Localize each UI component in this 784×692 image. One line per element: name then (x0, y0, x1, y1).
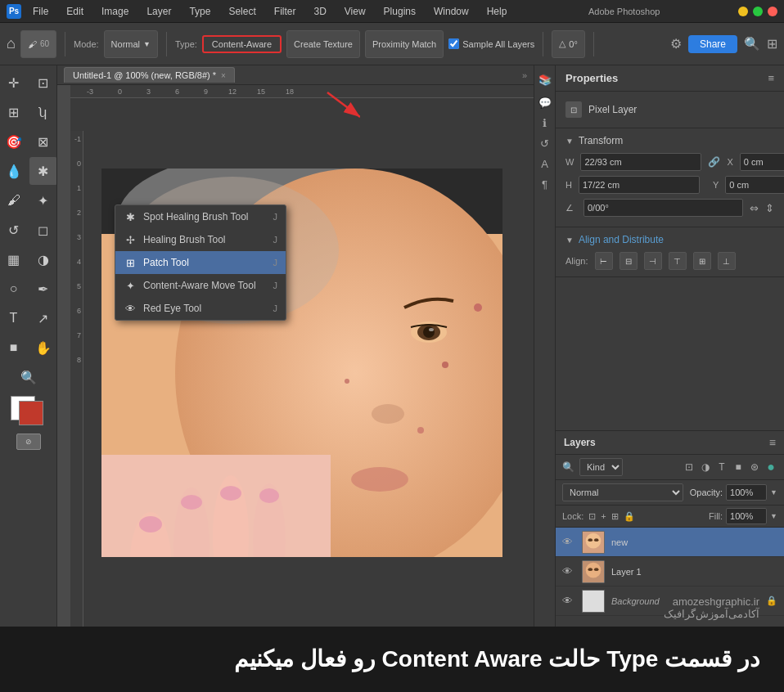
marquee-tool[interactable]: ⊞ (0, 98, 28, 126)
filter-shape-icon[interactable]: ■ (732, 461, 745, 474)
menu-help[interactable]: Help (484, 4, 511, 19)
layer-item-new[interactable]: 👁 new (556, 528, 784, 557)
hand-tool[interactable]: ✋ (29, 334, 57, 362)
sample-all-layers-checkbox[interactable]: Sample All Layers (448, 38, 534, 49)
artboard-tool[interactable]: ⊡ (29, 69, 57, 97)
move-tool[interactable]: ✛ (0, 69, 28, 97)
filter-adjust-icon[interactable]: ◑ (699, 461, 712, 474)
opacity-input[interactable] (726, 484, 767, 501)
filter-pixel-icon[interactable]: ⊡ (683, 461, 696, 474)
patch-tool-item[interactable]: ⊞ Patch Tool J (115, 251, 286, 274)
pen-tool[interactable]: ✒ (29, 275, 57, 303)
brush-tool-btn[interactable]: 🖌 60 (20, 30, 56, 58)
document-tab[interactable]: Untitled-1 @ 100% (new, RGB/8#) * × (64, 67, 235, 83)
type-content-aware-btn[interactable]: Content-Aware (202, 35, 282, 53)
quick-mask-icon[interactable]: ⊘ (16, 434, 41, 450)
paragraph-icon[interactable]: ¶ (542, 178, 547, 191)
eraser-tool[interactable]: ◻ (29, 216, 57, 244)
height-input[interactable] (579, 176, 700, 194)
spot-healing-item[interactable]: ✱ Spot Healing Brush Tool J (115, 205, 286, 228)
flip-v-icon[interactable]: ⇕ (765, 202, 774, 214)
flip-h-icon[interactable]: ⇔ (750, 202, 759, 214)
align-center-h-btn[interactable]: ⊟ (620, 252, 638, 270)
quick-select-tool[interactable]: 🎯 (0, 128, 28, 155)
collapse-panel-icon[interactable]: » (522, 70, 527, 80)
link-icon[interactable]: 🔗 (708, 155, 720, 169)
menu-layer[interactable]: Layer (143, 4, 174, 19)
menu-file[interactable]: File (29, 4, 52, 19)
layer-item-layer1[interactable]: 👁 Layer 1 (556, 557, 784, 586)
shape-tool[interactable]: ■ (0, 334, 28, 362)
eye-background-icon[interactable]: 👁 (562, 595, 575, 607)
align-top-btn[interactable]: ⊤ (669, 252, 687, 270)
blur-tool[interactable]: ◑ (29, 245, 57, 273)
home-icon[interactable]: ⌂ (7, 35, 16, 52)
fill-arrow[interactable]: ▼ (770, 512, 777, 520)
path-select-tool[interactable]: ↗ (29, 304, 57, 332)
learn-icon[interactable]: 📚 (536, 70, 554, 88)
heal-tool[interactable]: ✱ (29, 157, 57, 185)
zoom-tool[interactable]: 🔍 (15, 363, 43, 391)
menu-plugins[interactable]: Plugins (381, 4, 419, 19)
kind-select[interactable]: Kind (579, 458, 623, 476)
arrange-icon[interactable]: ⊞ (767, 36, 777, 52)
color-swatches[interactable] (6, 396, 52, 429)
layers-menu-icon[interactable]: ≡ (769, 436, 776, 449)
angle-input[interactable] (583, 199, 743, 217)
content-aware-move-item[interactable]: ✦ Content-Aware Move Tool J (115, 274, 286, 297)
blend-mode-select[interactable]: Normal (562, 483, 683, 501)
sample-all-layers-input[interactable] (448, 38, 459, 49)
menu-3d[interactable]: 3D (310, 4, 329, 19)
info-icon[interactable]: ℹ (543, 117, 547, 129)
search-icon[interactable]: 🔍 (744, 36, 760, 52)
proximity-match-btn[interactable]: Proximity Match (365, 30, 444, 58)
maximize-button[interactable] (753, 7, 763, 16)
properties-menu-icon[interactable]: ≡ (768, 72, 774, 84)
align-right-btn[interactable]: ⊣ (644, 252, 662, 270)
align-left-btn[interactable]: ⊢ (595, 252, 613, 270)
filter-type-icon[interactable]: T (715, 461, 728, 474)
eye-layer1-icon[interactable]: 👁 (562, 565, 575, 577)
red-eye-item[interactable]: 👁 Red Eye Tool J (115, 297, 286, 320)
width-input[interactable] (580, 153, 701, 171)
align-center-v-btn[interactable]: ⊞ (693, 252, 711, 270)
crop-tool[interactable]: ⊠ (29, 128, 57, 155)
brush-tool[interactable]: 🖌 (0, 186, 28, 214)
type-tool[interactable]: T (0, 304, 28, 332)
healing-brush-item[interactable]: ✢ Healing Brush Tool J (115, 228, 286, 251)
menu-image[interactable]: Image (98, 4, 132, 19)
comment-icon[interactable]: 💬 (538, 97, 552, 109)
angle-btn[interactable]: △ 0° (552, 30, 585, 58)
canvas-container[interactable]: -1 0 1 2 3 4 5 6 7 8 (70, 98, 534, 627)
history-icon[interactable]: ↺ (540, 137, 549, 150)
align-bottom-btn[interactable]: ⊥ (718, 252, 736, 270)
filter-smart-icon[interactable]: ⊛ (748, 461, 761, 474)
eye-new-icon[interactable]: 👁 (562, 536, 575, 548)
settings-icon[interactable]: ⚙ (670, 36, 682, 52)
menu-filter[interactable]: Filter (271, 4, 300, 19)
lock-all-icon[interactable]: 🔒 (624, 511, 635, 522)
menu-view[interactable]: View (341, 4, 369, 19)
tab-close-btn[interactable]: × (221, 71, 226, 80)
filter-dot-icon[interactable]: ● (764, 461, 777, 474)
minimize-button[interactable] (738, 7, 748, 16)
x-input[interactable] (740, 153, 784, 171)
lock-pixels-icon[interactable]: ⊡ (588, 511, 596, 522)
character-icon[interactable]: A (541, 158, 548, 170)
create-texture-btn[interactable]: Create Texture (286, 30, 360, 58)
lock-pos-icon[interactable]: + (601, 511, 606, 521)
dodge-tool[interactable]: ○ (0, 275, 28, 303)
lock-artboard-icon[interactable]: ⊞ (611, 511, 619, 522)
close-button[interactable] (768, 7, 777, 16)
history-brush-tool[interactable]: ↺ (0, 216, 28, 244)
menu-edit[interactable]: Edit (63, 4, 87, 19)
transform-header[interactable]: ▼ Transform (565, 135, 774, 146)
y-input[interactable] (725, 176, 784, 194)
share-button[interactable]: Share (688, 35, 737, 53)
menu-select[interactable]: Select (225, 4, 259, 19)
menu-type[interactable]: Type (186, 4, 214, 19)
opacity-arrow[interactable]: ▼ (770, 488, 777, 497)
align-header[interactable]: ▼ Align and Distribute (565, 234, 774, 245)
fill-input[interactable] (726, 508, 767, 524)
mode-select[interactable]: Normal ▼ (104, 30, 158, 58)
